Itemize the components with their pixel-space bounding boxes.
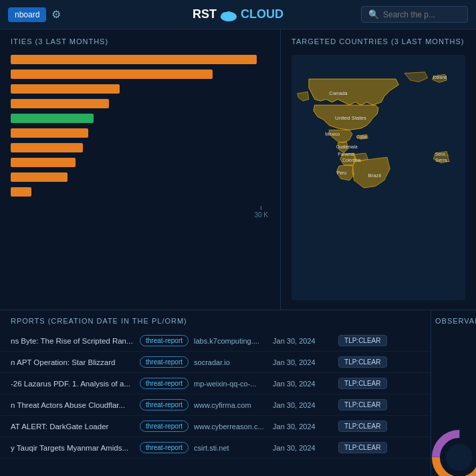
map-panel: TARGETED COUNTRIES (3 LAST MONTHS) <box>281 29 476 310</box>
report-title: y Tauqir Targets Myanmar Amids... <box>11 444 134 452</box>
report-title: AT ALERT: DarkGate Loader <box>11 423 134 431</box>
header-left: nboard ⚙ <box>8 7 61 22</box>
report-tag: threat-report <box>140 442 189 453</box>
svg-text:Colombia: Colombia <box>342 158 361 162</box>
bar-row <box>11 172 269 182</box>
x-axis: 30 K <box>11 202 269 219</box>
dashboard-button[interactable]: nboard <box>8 7 46 22</box>
report-tag: threat-report <box>140 378 189 389</box>
report-title: -26 Lazarus PDF. 1. Analysis of a... <box>11 380 134 388</box>
charts-row: ITIES (3 LAST MONTHS) 30 K TARGETED COUN… <box>0 29 476 310</box>
observables-panel: OBSERVABLES <box>431 310 476 476</box>
report-tag: threat-report <box>140 335 189 346</box>
svg-point-3 <box>225 11 232 17</box>
logo: RST CLOUD <box>193 7 283 21</box>
tlp-badge: TLP:CLEAR <box>338 356 386 368</box>
svg-text:United States: United States <box>335 115 366 121</box>
bar-row <box>11 187 269 197</box>
report-tag: threat-report <box>140 399 189 410</box>
reports-panel: RPORTS (CREATION DATE IN THE PL/ORM) ns … <box>0 310 431 476</box>
cloud-icon <box>219 8 238 21</box>
bar-chart <box>11 55 269 202</box>
bar-row <box>11 143 269 152</box>
bar-row <box>11 114 269 123</box>
report-title: n APT Operation: Star Blizzard <box>11 358 134 366</box>
map-title: TARGETED COUNTRIES (3 LAST MONTHS) <box>291 37 465 45</box>
tlp-badge: TLP:CLEAR <box>338 421 386 432</box>
bar-row <box>11 99 269 108</box>
report-tag: threat-report <box>140 356 189 368</box>
search-box[interactable]: 🔍 <box>361 6 468 23</box>
table-row[interactable]: -26 Lazarus PDF. 1. Analysis of a...thre… <box>0 373 431 394</box>
bar-row <box>11 70 269 79</box>
report-date: Jan 30, 2024 <box>273 444 333 452</box>
svg-text:Cuba: Cuba <box>356 134 367 139</box>
world-map-svg: Canada United States Mexico Cuba Guatema… <box>291 55 465 300</box>
logo-cloud: CLOUD <box>241 7 283 21</box>
table-row[interactable]: n APT Operation: Star Blizzardthreat-rep… <box>0 352 431 373</box>
report-title: n Threat Actors Abuse Cloudflar... <box>11 401 134 409</box>
svg-text:Panama: Panama <box>338 152 354 156</box>
report-source: www.cyfirma.com <box>194 401 267 409</box>
activities-title: ITIES (3 LAST MONTHS) <box>11 37 269 45</box>
svg-text:Iceland: Iceland <box>433 75 447 80</box>
tlp-badge: TLP:CLEAR <box>338 335 386 346</box>
report-date: Jan 30, 2024 <box>273 380 333 388</box>
svg-text:Brazil: Brazil <box>368 173 381 179</box>
table-row[interactable]: n Threat Actors Abuse Cloudflar...threat… <box>0 394 431 416</box>
report-source: www.cyberreason.c... <box>194 423 267 431</box>
bar-row <box>11 55 269 64</box>
svg-text:Guatemala: Guatemala <box>336 144 358 149</box>
table-row[interactable]: ns Byte: The Rise of Scripted Ran...thre… <box>0 330 431 352</box>
report-date: Jan 30, 2024 <box>273 401 333 409</box>
svg-text:Mexico: Mexico <box>325 132 340 136</box>
report-title: ns Byte: The Rise of Scripted Ran... <box>11 337 134 345</box>
donut-svg <box>431 427 476 476</box>
report-date: Jan 30, 2024 <box>273 337 333 345</box>
observables-title: OBSERVABLES <box>435 317 472 325</box>
report-date: Jan 30, 2024 <box>273 358 333 366</box>
report-source: mp-weixin-qq-co-... <box>194 380 267 388</box>
svg-text:Canada: Canada <box>329 90 348 96</box>
svg-text:Sene...: Sene... <box>435 152 449 156</box>
report-source: labs.k7computing.... <box>194 337 267 345</box>
report-tag: threat-report <box>140 421 189 432</box>
report-date: Jan 30, 2024 <box>273 423 333 431</box>
header: nboard ⚙ RST CLOUD 🔍 <box>0 0 476 29</box>
gear-icon[interactable]: ⚙ <box>51 8 61 21</box>
svg-text:Peru: Peru <box>337 170 347 175</box>
activities-panel: ITIES (3 LAST MONTHS) 30 K <box>0 29 281 310</box>
svg-text:Sierra...: Sierra... <box>435 158 451 162</box>
reports-title: RPORTS (CREATION DATE IN THE PL/ORM) <box>0 317 431 325</box>
tlp-badge: TLP:CLEAR <box>338 399 386 410</box>
table-row[interactable]: y Tauqir Targets Myanmar Amids...threat-… <box>0 437 431 459</box>
tlp-badge: TLP:CLEAR <box>338 442 386 453</box>
x-axis-label: 30 K <box>254 211 268 219</box>
svg-point-19 <box>446 444 473 471</box>
report-source: csirt.sti.net <box>194 444 267 452</box>
table-row[interactable]: AT ALERT: DarkGate Loaderthreat-reportww… <box>0 416 431 437</box>
logo-rst: RST <box>193 7 217 21</box>
tlp-badge: TLP:CLEAR <box>338 378 386 389</box>
bar-row <box>11 128 269 138</box>
obs-donut <box>431 427 476 476</box>
bar-row <box>11 158 269 167</box>
search-icon: 🔍 <box>368 9 379 19</box>
main-content: ITIES (3 LAST MONTHS) 30 K TARGETED COUN… <box>0 29 476 476</box>
report-source: socradar.io <box>194 358 267 366</box>
search-input[interactable] <box>383 10 463 19</box>
reports-list: ns Byte: The Rise of Scripted Ran...thre… <box>0 330 431 459</box>
map-container: Canada United States Mexico Cuba Guatema… <box>291 55 465 300</box>
bottom-row: RPORTS (CREATION DATE IN THE PL/ORM) ns … <box>0 310 476 476</box>
bar-row <box>11 84 269 94</box>
